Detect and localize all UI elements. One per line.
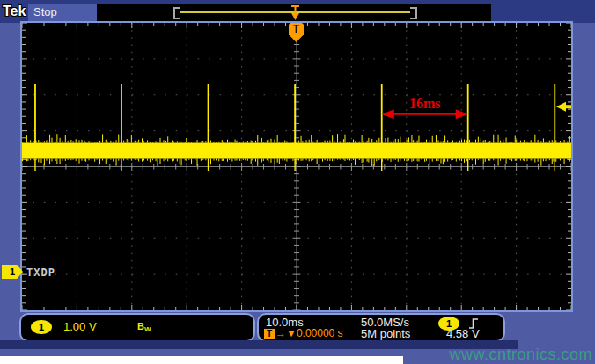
record-window-right-bracket-icon [410, 7, 417, 19]
channel1-badge: 1 [31, 320, 52, 334]
channel-label: TXDP [26, 266, 55, 279]
bandwidth-limit-icon: BW [137, 321, 151, 333]
trigger-position-marker-icon [289, 4, 302, 21]
record-length: 5M points [361, 327, 410, 340]
record-view-bar [97, 4, 491, 21]
horizontal-trigger-readout-box: 10.0ms 50.0MS/s 1 T→▼0.00000 s 5M points… [257, 313, 505, 342]
channel-readout-box: 1 1.00 V BW [19, 313, 255, 342]
oscilloscope-screen: Tek Stop 16ms TXDP T 1 1 1.00 V BW 10.0m… [0, 0, 595, 364]
trigger-arrow-icon: → [275, 327, 286, 339]
trigger-time-value: 0.00000 s [297, 327, 343, 339]
tek-logo: Tek [3, 4, 26, 19]
lcd-bottom-edge [0, 340, 518, 349]
acquisition-status: Stop [33, 5, 97, 18]
record-window-left-bracket-icon [173, 7, 180, 19]
watermark: www.cntronics.com [449, 346, 592, 364]
trigger-time-readout: T→▼0.00000 s [264, 327, 343, 339]
center-axes [22, 23, 571, 310]
top-status-bar: Tek Stop [0, 0, 595, 23]
page-background-strip [0, 356, 403, 364]
trigger-level: 4.58 V [446, 327, 480, 340]
annotation-text: 16ms [409, 96, 441, 111]
trigger-T-icon: T [264, 329, 275, 339]
graticule-display: 16ms TXDP [20, 21, 573, 312]
waveform-display: 16ms [22, 23, 571, 310]
trigger-level-arrow-icon [556, 102, 571, 112]
period-annotation: 16ms [382, 96, 468, 120]
trigger-marker-icon: ▼ [286, 327, 297, 339]
acquisition-status-chip: Stop [28, 4, 97, 21]
channel-scale: 1.00 V [63, 320, 97, 333]
